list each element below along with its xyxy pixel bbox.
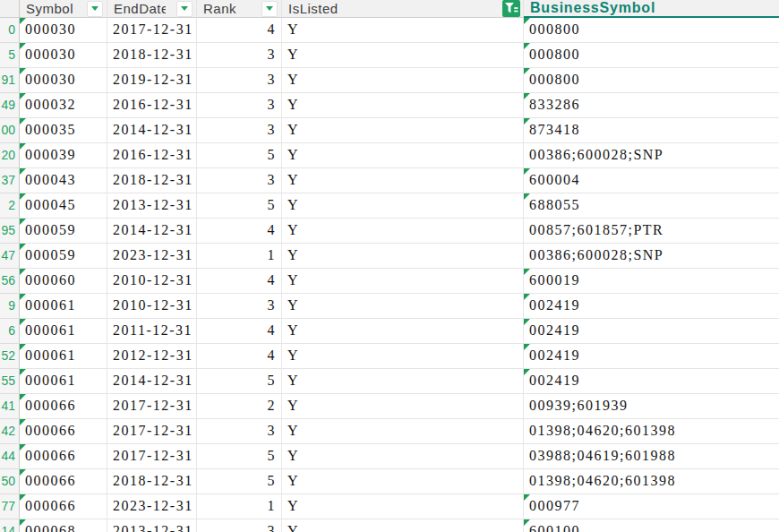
cell-enddate[interactable]: 2014-12-31 <box>107 369 197 394</box>
cell-islisted[interactable]: Y <box>282 118 524 143</box>
cell-islisted[interactable]: Y <box>282 244 524 269</box>
row-number[interactable]: 49 <box>0 93 20 118</box>
row-number[interactable]: 42 <box>0 419 20 444</box>
cell-business-symbol[interactable]: 01398;04620;601398 <box>524 469 779 494</box>
cell-enddate[interactable]: 2016-12-31 <box>107 143 197 168</box>
cell-enddate[interactable]: 2014-12-31 <box>107 118 197 143</box>
cell-enddate[interactable]: 2011-12-31 <box>107 319 197 344</box>
cell-rank[interactable]: 3 <box>197 294 282 319</box>
cell-business-symbol[interactable]: 000800 <box>524 43 779 68</box>
row-number[interactable]: 00 <box>0 118 20 143</box>
cell-symbol[interactable]: 000066 <box>20 444 107 469</box>
cell-business-symbol[interactable]: 688055 <box>524 193 779 219</box>
cell-symbol[interactable]: 000039 <box>20 143 107 168</box>
row-number[interactable]: 6 <box>0 319 20 344</box>
cell-business-symbol[interactable]: 002419 <box>524 319 779 344</box>
row-number[interactable]: 5 <box>0 43 20 68</box>
cell-symbol[interactable]: 000060 <box>20 269 107 294</box>
cell-symbol[interactable]: 000061 <box>20 294 107 319</box>
cell-business-symbol[interactable]: 600004 <box>524 168 779 193</box>
column-header-symbol[interactable]: Symbol <box>20 0 107 18</box>
column-header-rank[interactable]: Rank <box>197 0 282 18</box>
cell-enddate[interactable]: 2016-12-31 <box>107 93 197 118</box>
cell-islisted[interactable]: Y <box>282 219 524 244</box>
cell-islisted[interactable]: Y <box>282 93 524 118</box>
cell-enddate[interactable]: 2010-12-31 <box>107 269 197 294</box>
cell-islisted[interactable]: Y <box>282 294 524 319</box>
cell-rank[interactable]: 4 <box>197 219 282 244</box>
cell-rank[interactable]: 5 <box>197 143 282 168</box>
cell-islisted[interactable]: Y <box>282 193 524 219</box>
cell-islisted[interactable]: Y <box>282 319 524 344</box>
cell-rank[interactable]: 2 <box>197 394 282 419</box>
cell-symbol[interactable]: 000066 <box>20 494 107 519</box>
cell-symbol[interactable]: 000030 <box>20 18 107 43</box>
cell-rank[interactable]: 3 <box>197 93 282 118</box>
column-header-businesssymbol[interactable]: BusinessSymbol <box>524 0 779 18</box>
cell-rank[interactable]: 3 <box>197 519 282 532</box>
row-number[interactable]: 2 <box>0 193 20 219</box>
cell-islisted[interactable]: Y <box>282 168 524 193</box>
row-number[interactable]: 47 <box>0 244 20 269</box>
cell-enddate[interactable]: 2014-12-31 <box>107 219 197 244</box>
cell-business-symbol[interactable]: 600019 <box>524 269 779 294</box>
cell-symbol[interactable]: 000030 <box>20 68 107 93</box>
cell-islisted[interactable]: Y <box>282 143 524 168</box>
cell-rank[interactable]: 1 <box>197 494 282 519</box>
row-number[interactable]: 91 <box>0 68 20 93</box>
cell-rank[interactable]: 3 <box>197 68 282 93</box>
cell-business-symbol[interactable]: 01398;04620;601398 <box>524 419 779 444</box>
cell-islisted[interactable]: Y <box>282 18 524 43</box>
cell-enddate[interactable]: 2017-12-31 <box>107 444 197 469</box>
cell-islisted[interactable]: Y <box>282 494 524 519</box>
cell-islisted[interactable]: Y <box>282 369 524 394</box>
row-number[interactable]: 50 <box>0 469 20 494</box>
cell-enddate[interactable]: 2018-12-31 <box>107 43 197 68</box>
cell-enddate[interactable]: 2017-12-31 <box>107 394 197 419</box>
cell-rank[interactable]: 3 <box>197 118 282 143</box>
row-number[interactable]: 77 <box>0 494 20 519</box>
cell-business-symbol[interactable]: 002419 <box>524 369 779 394</box>
cell-enddate[interactable]: 2018-12-31 <box>107 469 197 494</box>
row-number[interactable]: 14 <box>0 519 20 532</box>
cell-islisted[interactable]: Y <box>282 419 524 444</box>
cell-islisted[interactable]: Y <box>282 444 524 469</box>
row-number[interactable]: 55 <box>0 369 20 394</box>
cell-rank[interactable]: 1 <box>197 244 282 269</box>
cell-rank[interactable]: 4 <box>197 269 282 294</box>
cell-islisted[interactable]: Y <box>282 344 524 369</box>
cell-business-symbol[interactable]: 600100 <box>524 519 779 532</box>
cell-business-symbol[interactable]: 873418 <box>524 118 779 143</box>
filter-dropdown-symbol[interactable] <box>87 1 103 17</box>
cell-business-symbol[interactable]: 00857;601857;PTR <box>524 219 779 244</box>
cell-rank[interactable]: 5 <box>197 469 282 494</box>
row-number[interactable]: 20 <box>0 143 20 168</box>
row-number[interactable]: 37 <box>0 168 20 193</box>
row-number[interactable]: 95 <box>0 219 20 244</box>
cell-symbol[interactable]: 000059 <box>20 219 107 244</box>
cell-islisted[interactable]: Y <box>282 394 524 419</box>
row-number[interactable]: 56 <box>0 269 20 294</box>
cell-business-symbol[interactable]: 833286 <box>524 93 779 118</box>
cell-enddate[interactable]: 2019-12-31 <box>107 68 197 93</box>
cell-symbol[interactable]: 000043 <box>20 168 107 193</box>
cell-islisted[interactable]: Y <box>282 68 524 93</box>
cell-rank[interactable]: 4 <box>197 18 282 43</box>
cell-rank[interactable]: 3 <box>197 43 282 68</box>
cell-business-symbol[interactable]: 002419 <box>524 344 779 369</box>
cell-enddate[interactable]: 2013-12-31 <box>107 193 197 219</box>
filter-dropdown-rank[interactable] <box>261 1 278 17</box>
cell-rank[interactable]: 5 <box>197 193 282 219</box>
cell-islisted[interactable]: Y <box>282 43 524 68</box>
cell-rank[interactable]: 5 <box>197 369 282 394</box>
cell-islisted[interactable]: Y <box>282 269 524 294</box>
cell-business-symbol[interactable]: 03988;04619;601988 <box>524 444 779 469</box>
cell-business-symbol[interactable]: 00386;600028;SNP <box>524 244 779 269</box>
cell-symbol[interactable]: 000059 <box>20 244 107 269</box>
cell-symbol[interactable]: 000061 <box>20 319 107 344</box>
cell-rank[interactable]: 4 <box>197 319 282 344</box>
cell-business-symbol[interactable]: 000977 <box>524 494 779 519</box>
cell-symbol[interactable]: 000035 <box>20 118 107 143</box>
cell-enddate[interactable]: 2017-12-31 <box>107 18 197 43</box>
cell-rank[interactable]: 3 <box>197 168 282 193</box>
